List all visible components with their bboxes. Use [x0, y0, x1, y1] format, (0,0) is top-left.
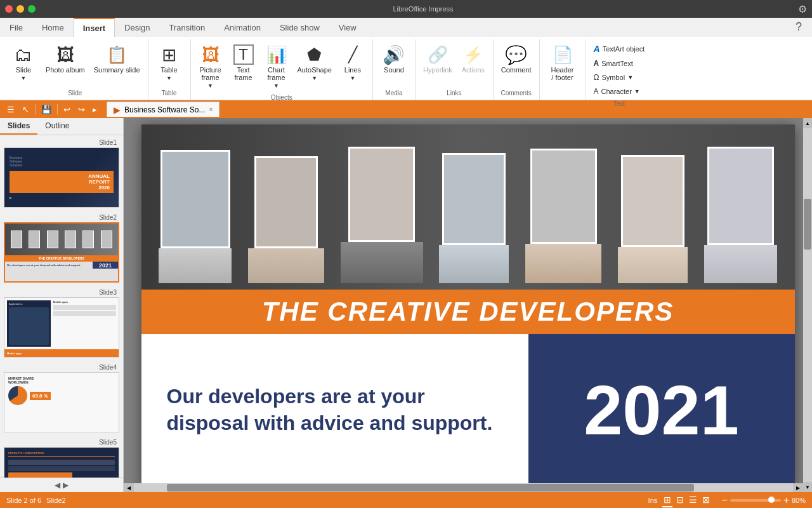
- slide-item-3[interactable]: Slide3 Applications Mobile apps: [4, 289, 119, 358]
- scrollbar-thumb[interactable]: [804, 199, 811, 250]
- s2-photo-1: [11, 231, 22, 248]
- h-scrollbar-thumb[interactable]: [167, 484, 694, 491]
- tab-slides[interactable]: Slides: [0, 118, 37, 135]
- doc-tab-close[interactable]: ×: [209, 106, 213, 113]
- header-footer-button[interactable]: 📄 Header/ footer: [544, 42, 582, 84]
- tab-animation[interactable]: Animation: [214, 18, 270, 37]
- person-1: [159, 144, 232, 283]
- table-button[interactable]: ⊞ Table ▼: [152, 42, 187, 84]
- slide-button[interactable]: 🗂 Slide ▼: [6, 42, 41, 84]
- chart-frame-button[interactable]: 📊 Chartframe ▼: [261, 42, 292, 91]
- lines-label: Lines: [344, 66, 361, 74]
- tab-design[interactable]: Design: [115, 18, 159, 37]
- slides-panel: Slides Outline Slide1 BusinessSoftwareSo…: [0, 118, 124, 492]
- comment-button[interactable]: 💬 Comment: [497, 42, 535, 76]
- body-6: [618, 247, 688, 283]
- text-frame-icon: T: [233, 44, 254, 65]
- scrollbar-down-btn[interactable]: ▼: [803, 482, 812, 492]
- slide-group-label: Slide: [68, 90, 82, 98]
- zoom-slider-thumb[interactable]: [768, 497, 775, 503]
- tab-home[interactable]: Home: [32, 18, 74, 37]
- document-tab[interactable]: ▶ Business Software So... ×: [107, 102, 219, 117]
- tab-file[interactable]: File: [0, 18, 32, 37]
- table-dropdown[interactable]: ▼: [166, 75, 172, 81]
- picture-frame-button[interactable]: 🖼 Pictureframe ▼: [195, 42, 226, 91]
- h-scrollbar-right-btn[interactable]: ▶: [793, 483, 803, 492]
- qat-cursor-button[interactable]: ↖: [19, 104, 32, 116]
- slide-info: Slide 2 of 6: [6, 497, 41, 504]
- canvas-area: THE CREATIVE DEVELOPERS Our developers a…: [124, 118, 812, 492]
- slides-scroll-left[interactable]: ◀: [55, 481, 60, 490]
- textart-button[interactable]: A TextArt object: [590, 42, 649, 56]
- qat-redo-button[interactable]: ↪: [75, 104, 88, 116]
- scrollbar-up-btn[interactable]: ▲: [803, 118, 812, 128]
- person-7: [704, 144, 777, 283]
- slide-2-content: THE CREATIVE DEVELOPERS Our developers a…: [5, 224, 118, 281]
- body-3: [341, 242, 423, 283]
- ribbon-group-links-items: 🔗 Hyperlink ⚡ Actions: [419, 39, 489, 90]
- photo-frame-4: [442, 153, 506, 245]
- s2-photo-4: [65, 231, 76, 248]
- sound-button[interactable]: 🔊 Sound: [377, 42, 411, 76]
- preview-view-btn[interactable]: ⊠: [701, 493, 711, 507]
- comment-label: Comment: [501, 66, 532, 74]
- app-title: LibreOffice Impress: [393, 5, 453, 13]
- tab-outline[interactable]: Outline: [37, 118, 77, 135]
- ribbon-group-header: 📄 Header/ footer: [540, 39, 586, 100]
- help-button[interactable]: ?: [796, 20, 802, 34]
- smarttext-button[interactable]: A SmartText: [590, 57, 637, 70]
- canvas-scrollbar[interactable]: ▲ ▼: [803, 118, 812, 492]
- slide-item-2[interactable]: Slide2 THE CREATIVE DEVELOPERS: [4, 214, 119, 283]
- slide-thumb-3: Applications Mobile apps Mobile apps: [4, 297, 119, 358]
- zoom-slider[interactable]: [730, 499, 781, 502]
- slide-item-1[interactable]: Slide1 BusinessSoftwareSolutions ANNUALR…: [4, 139, 119, 208]
- slide-dropdown[interactable]: ▼: [21, 75, 27, 81]
- grid-view-btn[interactable]: ⊟: [675, 493, 685, 507]
- s4-title: MARKET SHAREWORLDWIDE: [8, 377, 115, 384]
- character-button[interactable]: A Character ▼: [590, 85, 644, 98]
- comment-icon: 💬: [506, 44, 527, 65]
- symbol-button[interactable]: Ω Symbol ▼: [590, 71, 638, 84]
- slide-canvas[interactable]: THE CREATIVE DEVELOPERS Our developers a…: [141, 124, 795, 486]
- character-dropdown[interactable]: ▼: [634, 88, 640, 95]
- picture-frame-label: Pictureframe: [199, 66, 221, 81]
- text-frame-button[interactable]: T Textframe: [228, 42, 259, 84]
- autoshape-dropdown[interactable]: ▼: [311, 75, 317, 81]
- sound-label: Sound: [384, 66, 404, 74]
- qat-more-button[interactable]: ▸: [89, 104, 100, 116]
- canvas-h-scrollbar[interactable]: ◀ ▶: [124, 483, 803, 492]
- autoshape-icon: ⬟: [304, 44, 325, 65]
- slides-scroll-right[interactable]: ▶: [63, 481, 69, 490]
- outline-view-btn[interactable]: ☰: [688, 493, 698, 507]
- symbol-dropdown[interactable]: ▼: [627, 74, 633, 81]
- picture-frame-dropdown[interactable]: ▼: [207, 83, 213, 89]
- h-scrollbar-left-btn[interactable]: ◀: [124, 483, 134, 492]
- tab-slideshow[interactable]: Slide show: [270, 18, 329, 37]
- photo-album-button[interactable]: 🖼 Photo album: [42, 42, 89, 76]
- qat-save-button[interactable]: 💾: [38, 104, 55, 116]
- view-buttons: ⊞ ⊟ ☰ ⊠: [662, 493, 711, 507]
- tab-view[interactable]: View: [329, 18, 366, 37]
- normal-view-btn[interactable]: ⊞: [662, 493, 672, 507]
- qat-menu-button[interactable]: ☰: [4, 104, 18, 116]
- qat-undo-button[interactable]: ↩: [60, 104, 74, 116]
- lines-button[interactable]: ╱ Lines ▼: [337, 42, 369, 84]
- tab-insert[interactable]: Insert: [74, 18, 115, 37]
- sound-icon: 🔊: [384, 44, 404, 65]
- zoom-in-btn[interactable]: +: [783, 495, 789, 506]
- minimize-button[interactable]: [16, 5, 24, 13]
- tab-transition[interactable]: Transition: [160, 18, 215, 37]
- table-icon: ⊞: [159, 44, 180, 65]
- chart-frame-dropdown[interactable]: ▼: [273, 83, 279, 89]
- s2-photo-5: [82, 231, 94, 248]
- summary-slide-button[interactable]: 📋 Summary slide: [90, 42, 144, 76]
- maximize-button[interactable]: [28, 5, 36, 13]
- slide-item-5[interactable]: Slide5 PRODUCTS / SUBSCRIPTION: [4, 439, 119, 478]
- close-button[interactable]: [5, 5, 13, 13]
- lines-dropdown[interactable]: ▼: [350, 75, 355, 81]
- autoshape-button[interactable]: ⬟ AutoShape ▼: [294, 42, 336, 84]
- slide-item-4[interactable]: Slide4 MARKET SHAREWORLDWIDE 65.8 %: [4, 364, 119, 432]
- settings-icon[interactable]: ⚙: [798, 3, 807, 15]
- ribbon-group-media-items: 🔊 Sound: [377, 39, 411, 90]
- zoom-out-btn[interactable]: −: [721, 495, 727, 506]
